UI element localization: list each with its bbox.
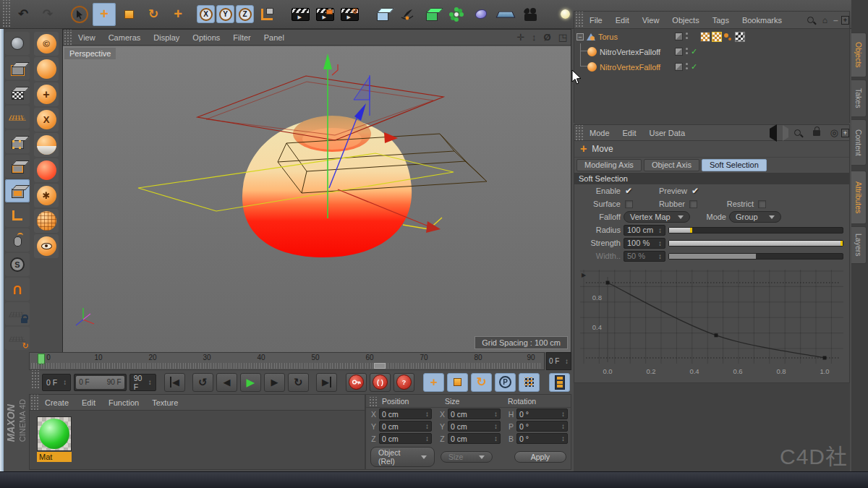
attr-grip[interactable] (574, 125, 583, 140)
object-name[interactable]: NitroVertexFalloff (600, 48, 660, 56)
keying-settings-button[interactable] (549, 373, 570, 392)
preview-checkbox[interactable]: ✔ (692, 186, 699, 196)
pos-z-field[interactable]: 0 cm↕ (379, 433, 432, 444)
timeline-ruler[interactable]: 0 10 20 30 40 50 60 70 80 90 (29, 352, 545, 370)
texture-mode-button[interactable] (5, 81, 30, 104)
nitro-add-button[interactable]: + (34, 82, 59, 106)
polygons-mode-button[interactable] (5, 179, 30, 202)
add-panel-icon[interactable]: + (841, 129, 849, 137)
workplane-mode-button[interactable] (5, 106, 30, 129)
lock-workplane-button[interactable] (5, 302, 30, 325)
spinner-icon[interactable]: ↕ (565, 357, 569, 365)
rotate-tool-button[interactable]: ↻ (142, 3, 165, 26)
object-row-nitrovertexfalloff-2[interactable]: NitroVertexFalloff ✓ (574, 59, 849, 74)
radius-field[interactable]: 100 cm↕ (624, 225, 665, 236)
tab-soft-selection[interactable]: Soft Selection (702, 159, 767, 171)
size-y-field[interactable]: 0 cm↕ (448, 421, 501, 432)
restrict-checkbox[interactable] (758, 200, 766, 208)
keyframe-selection-button[interactable]: ? (393, 373, 414, 392)
deformers-button[interactable] (469, 3, 493, 26)
tab-attributes[interactable]: Attributes (851, 171, 867, 224)
visibility-dots-icon[interactable] (686, 63, 688, 65)
points-mode-button[interactable] (5, 130, 30, 153)
material-thumbnail[interactable] (37, 416, 72, 451)
nitro-globe-button[interactable] (34, 209, 59, 233)
magnet-snap-button[interactable]: U (5, 278, 30, 301)
menu-texture[interactable]: Texture (145, 398, 184, 407)
spinner-icon[interactable]: ↕ (63, 378, 67, 386)
history-back-icon[interactable] (770, 124, 777, 142)
key-pla-toggle[interactable] (519, 373, 540, 392)
nitro-sphere-button[interactable] (34, 57, 59, 81)
falloff-dropdown[interactable]: Vertex Map (624, 211, 690, 223)
redo-button[interactable]: ↷ (36, 3, 59, 26)
viewport-canvas[interactable]: Perspective Grid Spacing : 100 cm (63, 46, 571, 352)
align-workplane-button[interactable]: ↻ (5, 327, 30, 350)
rot-h-field[interactable]: 0 °↕ (516, 408, 568, 419)
rubber-checkbox[interactable] (689, 200, 697, 208)
material-name-label[interactable]: Mat (37, 452, 72, 462)
surface-checkbox[interactable] (625, 200, 633, 208)
preview-range-slider[interactable]: 0 F90 F (74, 374, 126, 391)
move-tool-button[interactable]: + (93, 3, 116, 26)
object-name[interactable]: NitroVertexFalloff (600, 63, 660, 72)
key-position-toggle[interactable]: + (423, 373, 444, 392)
previous-frame-button[interactable]: ◀ (216, 373, 237, 392)
nitro-delete-button[interactable]: X (34, 108, 59, 132)
goto-end-button[interactable]: ▶ (316, 373, 337, 392)
key-scale-toggle[interactable] (447, 373, 468, 392)
strength-slider[interactable] (668, 240, 843, 247)
render-view-button[interactable] (289, 3, 312, 26)
viewport-zoom-icon[interactable]: ↕ (528, 32, 540, 43)
key-parameter-toggle[interactable]: P (495, 373, 516, 392)
menu-panel[interactable]: Panel (258, 33, 291, 42)
minimize-icon[interactable]: – (830, 15, 841, 25)
viewport-solo-button[interactable] (5, 228, 30, 252)
rot-p-field[interactable]: 0 °↕ (516, 421, 568, 432)
layer-square-icon[interactable] (675, 63, 683, 71)
visibility-dots-icon[interactable] (686, 33, 688, 35)
phong-tag-icon[interactable] (735, 32, 745, 42)
collapse-icon[interactable]: – (576, 33, 584, 40)
menu-tags[interactable]: Tags (706, 16, 736, 25)
point-selection-tag-icon[interactable] (723, 32, 733, 42)
start-frame-field[interactable]: 0 F↕ (42, 374, 71, 391)
menu-view[interactable]: View (72, 33, 102, 42)
enabled-check-icon[interactable]: ✓ (691, 47, 697, 56)
viewport-rotate-icon[interactable]: Ø (540, 32, 555, 43)
menu-function[interactable]: Function (102, 398, 145, 407)
size-mode-dropdown[interactable]: Size (441, 451, 493, 463)
tab-content[interactable]: Content (851, 119, 867, 166)
mode-dropdown[interactable]: Group (729, 211, 781, 223)
spline-pen-button[interactable] (396, 3, 419, 26)
search-icon[interactable] (807, 17, 814, 23)
rot-b-field[interactable]: 0 °↕ (516, 433, 568, 444)
menu-user-data[interactable]: User Data (643, 129, 692, 137)
target-icon[interactable]: ◎ (827, 127, 841, 138)
menu-cameras[interactable]: Cameras (102, 33, 148, 42)
tab-object-axis[interactable]: Object Axis (644, 159, 699, 171)
snap-button[interactable]: S (5, 253, 30, 276)
layer-square-icon[interactable] (675, 48, 683, 56)
falloff-spline-graph[interactable]: 0.00.20.40.60.81.00.40.8▶ (577, 267, 846, 380)
next-frame-button[interactable]: ▶ (264, 373, 285, 392)
size-z-field[interactable]: 0 cm↕ (448, 433, 501, 444)
play-backwards-loop-button[interactable]: ↺ (192, 373, 213, 392)
last-tool-button[interactable]: + (166, 3, 190, 26)
viewport-toggle-icon[interactable]: ◳ (555, 32, 571, 43)
menu-objects[interactable]: Objects (665, 16, 705, 25)
width-field[interactable]: 50 %↕ (624, 251, 665, 262)
strength-field[interactable]: 100 %↕ (624, 238, 665, 249)
spinner-icon[interactable]: ↕ (148, 378, 152, 386)
menu-options[interactable]: Options (186, 33, 226, 42)
menu-display[interactable]: Display (147, 33, 186, 42)
menu-edit[interactable]: Edit (75, 398, 102, 407)
menu-create[interactable]: Create (38, 398, 75, 407)
enable-checkbox[interactable]: ✔ (625, 186, 632, 196)
pos-x-field[interactable]: 0 cm↕ (379, 408, 432, 419)
autokey-button[interactable]: ( ) (370, 373, 391, 392)
nitro-copyright-button[interactable]: © (34, 32, 59, 56)
make-editable-button[interactable] (5, 32, 30, 55)
viewport-grip[interactable] (63, 30, 72, 45)
key-rotation-toggle[interactable]: ↻ (471, 373, 492, 392)
